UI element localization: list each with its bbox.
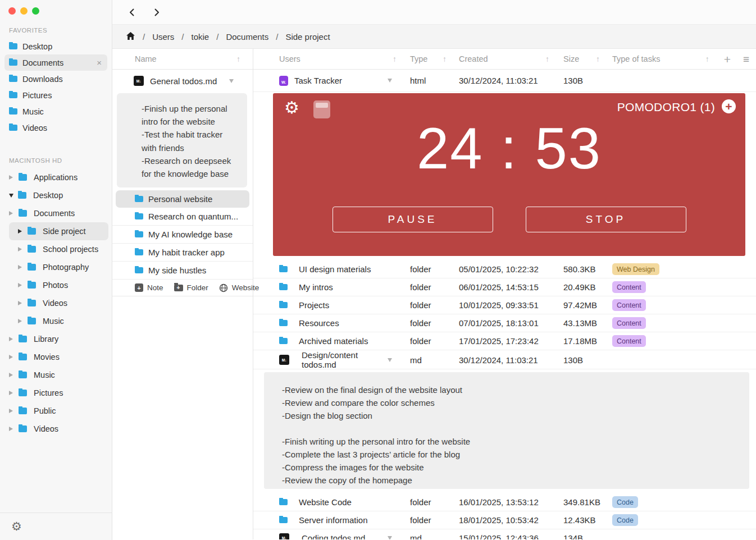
- sort-ascending-icon[interactable]: ↑: [705, 54, 709, 63]
- chevron-right-icon[interactable]: [18, 283, 22, 287]
- chevron-right-icon[interactable]: [18, 319, 22, 323]
- tree-item-label: Photos: [43, 281, 68, 290]
- tree-item-photos[interactable]: Photos: [0, 276, 112, 294]
- new-folder-button[interactable]: + Folder: [174, 283, 208, 292]
- home-icon[interactable]: [126, 31, 135, 42]
- table-row-projects[interactable]: Projects folder 10/01/2025, 09:33:51 97.…: [253, 296, 756, 314]
- table-row-server-information[interactable]: Server information folder 18/01/2025, 10…: [253, 511, 756, 529]
- chevron-right-icon[interactable]: [9, 391, 13, 395]
- tree-item-photography[interactable]: Photography: [0, 258, 112, 276]
- list-item-my-side-hustles[interactable]: My side hustles: [112, 262, 253, 280]
- row-created: 10/01/2025, 09:33:51: [459, 300, 563, 310]
- table-row-design-content-todos[interactable]: M↓ Design/content todos.md md 30/12/2024…: [253, 350, 756, 369]
- sidebar-item-downloads[interactable]: Downloads: [0, 71, 112, 87]
- list-view-icon[interactable]: ≡: [743, 54, 749, 65]
- list-item-research-on-quantum[interactable]: Research on quantum...: [112, 208, 253, 226]
- chevron-right-icon[interactable]: [9, 211, 13, 216]
- name-column-header[interactable]: Name ↑: [112, 49, 253, 70]
- pomodoro-settings-gear-icon[interactable]: ⚙: [284, 99, 299, 116]
- back-button[interactable]: [127, 7, 137, 17]
- breadcrumb-item-documents[interactable]: Documents: [226, 32, 268, 42]
- column-header-size[interactable]: Size ↑: [563, 54, 612, 63]
- tree-item-library[interactable]: Library: [0, 330, 112, 348]
- chevron-right-icon[interactable]: [18, 247, 22, 251]
- chevron-right-icon[interactable]: [9, 337, 13, 341]
- tree-item-music-nested[interactable]: Music: [0, 312, 112, 330]
- tree-item-documents[interactable]: Documents: [0, 204, 112, 222]
- tree-item-music[interactable]: Music: [0, 366, 112, 384]
- tree-item-pictures[interactable]: Pictures: [0, 384, 112, 402]
- column-header-label: Name: [135, 54, 157, 63]
- minimize-window-button[interactable]: [20, 7, 28, 15]
- chevron-right-icon[interactable]: [9, 355, 13, 359]
- task-type-badge: Content: [612, 299, 646, 311]
- chevron-right-icon[interactable]: [9, 427, 13, 431]
- collapse-preview-icon[interactable]: [388, 358, 392, 362]
- tree-item-side-project[interactable]: Side project: [9, 222, 108, 240]
- table-row-task-tracker[interactable]: W. Task Tracker html 30/12/2024, 11:03:2…: [253, 70, 756, 92]
- breadcrumb-item-users[interactable]: Users: [152, 32, 174, 42]
- column-header-type-of-tasks[interactable]: Type of tasks ↑ + ≡: [612, 53, 756, 65]
- window-controls: [0, 0, 112, 15]
- sort-ascending-icon[interactable]: ↑: [545, 54, 549, 63]
- tree-item-videos-nested[interactable]: Videos: [0, 294, 112, 312]
- tree-item-label: Applications: [34, 173, 78, 182]
- chevron-right-icon[interactable]: [9, 175, 13, 180]
- table-row-resources[interactable]: Resources folder 07/01/2025, 18:13:01 43…: [253, 314, 756, 332]
- sort-ascending-icon[interactable]: ↑: [443, 54, 447, 63]
- add-column-icon[interactable]: +: [724, 53, 731, 65]
- close-icon[interactable]: ×: [97, 58, 102, 67]
- table-row-my-intros[interactable]: My intros folder 06/01/2025, 14:53:15 20…: [253, 278, 756, 296]
- tree-item-videos[interactable]: Videos: [0, 420, 112, 438]
- sidebar-item-videos[interactable]: Videos: [0, 120, 112, 136]
- markdown-file-icon: M↓: [279, 533, 289, 540]
- pause-button[interactable]: PAUSE: [333, 207, 493, 232]
- sidebar-item-desktop[interactable]: Desktop: [0, 38, 112, 54]
- tree-item-desktop[interactable]: Desktop: [0, 186, 112, 204]
- chevron-right-icon[interactable]: [9, 409, 13, 413]
- zoom-window-button[interactable]: [32, 7, 39, 15]
- tree-item-movies[interactable]: Movies: [0, 348, 112, 366]
- breadcrumb-item-side-project[interactable]: Side project: [285, 32, 330, 42]
- column-header-users[interactable]: Users ↑: [279, 54, 410, 63]
- preview-line: -Review on the final design of the websi…: [282, 383, 736, 396]
- sort-ascending-icon[interactable]: ↑: [393, 54, 397, 63]
- collapse-preview-icon[interactable]: [229, 79, 234, 83]
- collapse-preview-icon[interactable]: [388, 536, 392, 539]
- tree-item-public[interactable]: Public: [0, 402, 112, 420]
- chevron-right-icon[interactable]: [9, 373, 13, 377]
- row-size: 20.49KB: [563, 282, 612, 292]
- table-row-archived-materials[interactable]: Archived materials folder 17/01/2025, 17…: [253, 332, 756, 350]
- table-row-website-code[interactable]: Website Code folder 16/01/2025, 13:53:12…: [253, 493, 756, 511]
- tree-item-school-projects[interactable]: School projects: [0, 240, 112, 258]
- chevron-right-icon[interactable]: [18, 229, 22, 234]
- tree-item-label: Documents: [34, 209, 75, 218]
- table-row-coding-todos[interactable]: M↓ Coding todos.md md 15/01/2025, 12:43:…: [253, 529, 756, 539]
- stop-button[interactable]: STOP: [526, 207, 686, 232]
- breadcrumb-item-tokie[interactable]: tokie: [192, 32, 210, 42]
- chevron-right-icon[interactable]: [18, 301, 22, 305]
- list-item-my-ai-knowledge-base[interactable]: My AI knowledge base: [112, 226, 253, 244]
- sort-ascending-icon[interactable]: ↑: [596, 54, 600, 63]
- sidebar-footer: ⚙: [0, 512, 112, 540]
- row-name-label: UI design materials: [299, 264, 371, 274]
- column-header-type[interactable]: Type ↑: [410, 54, 459, 63]
- sidebar-item-pictures[interactable]: Pictures: [0, 87, 112, 103]
- column-header-created[interactable]: Created ↑: [459, 54, 563, 63]
- forward-button[interactable]: [152, 7, 162, 17]
- list-item-personal-website[interactable]: Personal website: [116, 190, 249, 208]
- sidebar-item-documents[interactable]: Documents ×: [4, 54, 107, 71]
- new-note-button[interactable]: + Note: [135, 283, 163, 292]
- tree-item-applications[interactable]: Applications: [0, 168, 112, 186]
- chevron-right-icon[interactable]: [18, 265, 22, 269]
- sidebar-item-music[interactable]: Music: [0, 103, 112, 120]
- list-item-general-todos[interactable]: M↓ General todos.md: [112, 70, 253, 92]
- chevron-down-icon[interactable]: [9, 194, 13, 198]
- list-item-my-habit-tracker-app[interactable]: My habit tracker app: [112, 244, 253, 262]
- sort-ascending-icon[interactable]: ↑: [236, 54, 240, 63]
- collapse-preview-icon[interactable]: [388, 79, 392, 83]
- settings-gear-icon[interactable]: ⚙: [11, 521, 22, 533]
- table-row-ui-design-materials[interactable]: UI design materials folder 05/01/2025, 1…: [253, 260, 756, 278]
- pomodoro-add-button[interactable]: +: [722, 99, 736, 113]
- close-window-button[interactable]: [8, 7, 16, 15]
